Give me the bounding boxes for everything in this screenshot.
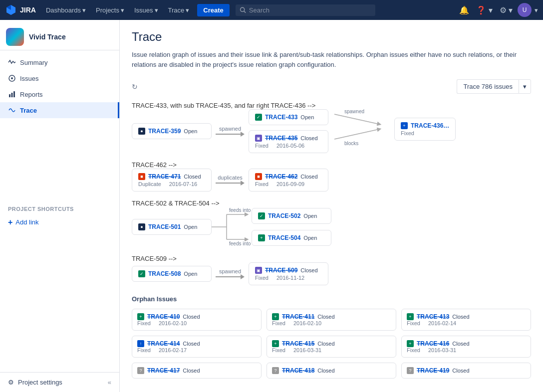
sidebar-item-reports[interactable]: Reports [0, 86, 119, 102]
issue-link-504[interactable]: TRACE-504 [268, 234, 300, 241]
svg-point-3 [11, 77, 13, 79]
issue-link-502[interactable]: TRACE-502 [268, 212, 300, 219]
graph-row-1: ● TRACE-359 Open spawned [132, 109, 531, 153]
sidebar-item-issues[interactable]: Issues [0, 70, 119, 86]
settings-button[interactable]: ⚙ ▾ [498, 3, 515, 17]
help-button[interactable]: ❓ ▾ [474, 3, 494, 17]
sidebar-nav: Summary Issues Reports Trace [0, 50, 119, 200]
orphan-icon-410: + [137, 313, 144, 320]
page-description: Issue relation graph of issues and their… [132, 50, 531, 69]
issue-icon-433: ✓ [255, 114, 262, 121]
orphan-icon-415: + [272, 340, 279, 347]
orphan-icon-419: ? [407, 367, 414, 374]
dashboards-menu[interactable]: Dashboards ▾ [42, 4, 90, 16]
issue-link-436[interactable]: TRACE-436… [411, 122, 449, 129]
far-right-group: spawned blocks + TRACE-436… [334, 109, 456, 149]
orphan-grid: + TRACE-410 Closed Fixed2016-02-10 + TRA… [132, 309, 531, 379]
issue-icon-508: ✓ [138, 270, 145, 277]
orphan-link-411[interactable]: TRACE-411 [282, 313, 314, 320]
orphan-node-416: + TRACE-416 Closed Fixed2016-03-31 [401, 336, 531, 358]
issue-icon-435: ▣ [255, 135, 262, 142]
main-content: Trace Issue relation graph of issues and… [120, 20, 543, 392]
orphan-node-411: + TRACE-411 Closed Fixed2016-02-10 [267, 309, 396, 331]
issue-node-359: ● TRACE-359 Open [132, 123, 212, 139]
notifications-button[interactable]: 🔔 [457, 3, 471, 17]
issue-node-502: ✓ TRACE-502 Open [252, 208, 331, 224]
graph-row-2: ■ TRACE-471 Closed Duplicate 2016-07-16 … [132, 169, 531, 192]
issue-link-462[interactable]: TRACE-462 [265, 173, 297, 180]
sidebar-item-summary[interactable]: Summary [0, 54, 119, 70]
reports-icon [8, 90, 16, 98]
pulse-icon [8, 58, 16, 66]
issue-icon-504: + [258, 234, 265, 241]
issue-node-509: ▣ TRACE-509 Closed Fixed 2016-11-12 [249, 262, 328, 285]
page-title: Trace [132, 30, 531, 44]
create-button[interactable]: Create [197, 4, 229, 16]
trace-icon [8, 106, 16, 114]
svg-text:spawned: spawned [344, 109, 364, 114]
orphan-node-417: ? TRACE-417 Closed [132, 363, 262, 379]
orphan-link-415[interactable]: TRACE-415 [282, 340, 314, 347]
add-link-button[interactable]: + Add link [0, 214, 119, 231]
issue-node-436: + TRACE-436… Fixed [394, 118, 456, 141]
issue-link-359[interactable]: TRACE-359 [148, 128, 181, 135]
nav-icons: 🔔 ❓ ▾ ⚙ ▾ U ▾ [457, 3, 538, 17]
svg-point-0 [240, 7, 244, 11]
trace-issues-caret[interactable]: ▾ [519, 79, 531, 94]
issues-menu[interactable]: Issues ▾ [130, 4, 162, 16]
issue-link-501[interactable]: TRACE-501 [148, 223, 181, 230]
issue-link-433[interactable]: TRACE-433 [265, 114, 297, 121]
orphan-link-418[interactable]: TRACE-418 [282, 367, 314, 374]
issue-node-501: ● TRACE-501 Open [132, 219, 212, 235]
top-nav: JIRA Dashboards ▾ Projects ▾ Issues ▾ Tr… [0, 0, 543, 20]
orphan-icon-418: ? [272, 367, 279, 374]
orphan-link-410[interactable]: TRACE-410 [147, 313, 180, 320]
svg-line-7 [334, 114, 379, 124]
main-layout: Vivid Trace Summary Issues Reports Trace… [0, 20, 543, 392]
issue-link-471[interactable]: TRACE-471 [148, 173, 181, 180]
orphan-node-418: ? TRACE-418 Closed [267, 363, 396, 379]
user-avatar[interactable]: U [518, 3, 532, 17]
orphan-node-415: + TRACE-415 Closed Fixed2016-03-31 [267, 336, 396, 358]
issues-icon [8, 74, 16, 82]
issue-icon-509: ▣ [255, 267, 262, 274]
issue-link-508[interactable]: TRACE-508 [148, 270, 181, 277]
sidebar: Vivid Trace Summary Issues Reports Trace… [0, 20, 120, 392]
svg-text:feeds into: feeds into [229, 241, 251, 246]
targets-group-1: ✓ TRACE-433 Open ▣ TRACE-435 Closed Fixe… [249, 109, 328, 153]
issue-icon-502: ✓ [258, 212, 265, 219]
connector-duplicates: duplicates [216, 175, 245, 186]
orphan-link-419[interactable]: TRACE-419 [417, 367, 449, 374]
sidebar-item-trace[interactable]: Trace [0, 102, 119, 118]
fork-connector-svg: feeds into feeds into [212, 207, 252, 247]
issue-link-509[interactable]: TRACE-509 [265, 267, 297, 274]
project-logo [6, 28, 24, 46]
orphan-link-414[interactable]: TRACE-414 [147, 340, 180, 347]
orphan-link-416[interactable]: TRACE-416 [417, 340, 449, 347]
collapse-sidebar-icon[interactable]: « [108, 379, 111, 386]
search-container [236, 4, 375, 16]
projects-menu[interactable]: Projects ▾ [92, 4, 128, 16]
refresh-button[interactable]: ↻ [132, 83, 138, 91]
graph-row-3: ● TRACE-501 Open feeds into f [132, 207, 531, 247]
trace-menu[interactable]: Trace ▾ [164, 4, 194, 16]
orphan-link-413[interactable]: TRACE-413 [417, 313, 449, 320]
orphan-node-414: ↑ TRACE-414 Closed Fixed2016-02-17 [132, 336, 262, 358]
search-input[interactable] [249, 6, 371, 14]
orphan-icon-417: ? [137, 367, 144, 374]
orphan-icon-411: + [272, 313, 279, 320]
project-settings-button[interactable]: ⚙ Project settings « [0, 372, 119, 392]
sidebar-header: Vivid Trace [0, 20, 119, 50]
issue-node-435: ▣ TRACE-435 Closed Fixed 2016-05-06 [249, 130, 328, 153]
issue-link-435[interactable]: TRACE-435 [265, 135, 297, 142]
issue-icon-436: + [401, 122, 408, 129]
orphan-icon-414: ↑ [137, 340, 144, 347]
connector-spawned-1: spawned [216, 126, 245, 137]
trace-issues-button[interactable]: Trace 786 issues [457, 79, 519, 94]
jira-logo[interactable]: JIRA [5, 4, 36, 16]
search-icon [240, 6, 246, 13]
issue-icon-471: ■ [138, 173, 145, 180]
orphan-link-417[interactable]: TRACE-417 [147, 367, 180, 374]
connector-spawned-4: spawned [216, 268, 245, 279]
targets-group-3: ✓ TRACE-502 Open + TRACE-504 Open [252, 208, 331, 246]
